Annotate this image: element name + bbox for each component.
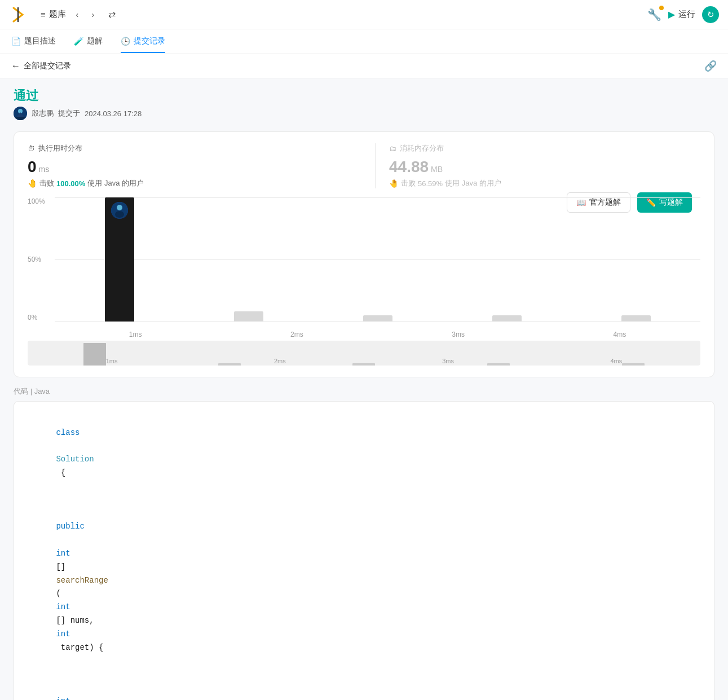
bar-0ms-fill [105, 197, 134, 322]
mem-stats-col: 🗂 消耗内存分布 44.88MB 🤚 击败 56.59% 使用 Java 的用户 [389, 143, 700, 188]
shuffle-button[interactable]: ⇄ [104, 7, 120, 23]
time-beat: 🤚 击败 100.00% 使用 Java 的用户 [28, 178, 339, 188]
tab-submissions[interactable]: 🕒 提交记录 [121, 36, 165, 47]
run-label: 运行 [678, 9, 695, 20]
mem-value: 44.88MB [389, 158, 700, 176]
bar-3ms [442, 197, 571, 322]
time-value: 0ms [28, 158, 339, 176]
time-stats-col: ⏱ 执行用时分布 0ms 🤚 击败 100.00% 使用 Java 的用户 [28, 143, 361, 188]
list-icon: ≡ [41, 10, 46, 19]
header-area: 通过 殷志鹏 提交于 2024.03.26 17:28 [14, 87, 714, 120]
tab-solution-label: 题解 [87, 36, 103, 46]
chart-y-labels: 100% 50% 0% [28, 197, 55, 322]
tab-description[interactable]: 📄 题目描述 [11, 36, 56, 47]
problem-set-nav[interactable]: ≡ 题库 [41, 9, 66, 20]
svg-point-6 [115, 211, 124, 218]
chart-area: 100% 50% 0% [28, 197, 700, 338]
tab-solution-icon: 🧪 [74, 37, 83, 46]
logo-icon[interactable] [9, 6, 27, 24]
link-icon[interactable]: 🔗 [704, 60, 717, 72]
time-dist-title: ⏱ 执行用时分布 [28, 143, 339, 153]
nav-right: 🔧 ▶ 运行 ↻ [647, 6, 719, 23]
bar-4ms [571, 197, 700, 322]
chart-bars [55, 197, 700, 322]
status-section: 通过 殷志鹏 提交于 2024.03.26 17:28 [14, 87, 714, 120]
chart-x-labels: 1ms 2ms 3ms 4ms [55, 331, 700, 338]
tab-description-label: 题目描述 [24, 36, 56, 46]
avatar [14, 107, 27, 120]
play-icon: ▶ [668, 9, 675, 20]
mem-beat: 🤚 击败 56.59% 使用 Java 的用户 [389, 178, 700, 188]
stats-row: ⏱ 执行用时分布 0ms 🤚 击败 100.00% 使用 Java 的用户 🗂 [28, 143, 700, 188]
bar-2ms [313, 197, 442, 322]
back-arrow-icon: ← [11, 61, 20, 71]
back-button[interactable]: ← 全部提交记录 [11, 61, 71, 71]
chart-inner [55, 197, 700, 322]
bar-0ms [55, 197, 184, 322]
mini-chart[interactable]: 1ms 2ms 3ms 4ms [28, 341, 700, 366]
submitted-label: 提交于 [58, 108, 80, 118]
tab-submissions-icon: 🕒 [121, 37, 130, 46]
code-block: class Solution { public int [] searchRan… [14, 401, 714, 700]
wave-icon: 🤚 [28, 179, 37, 188]
submitter-name: 殷志鹏 [32, 108, 54, 118]
tab-bar: 📄 题目描述 🧪 题解 🕒 提交记录 [0, 29, 728, 54]
db-icon: 🗂 [389, 144, 396, 153]
problem-set-label: 题库 [49, 9, 66, 20]
run-button[interactable]: ▶ 运行 [668, 9, 695, 20]
bar-2ms-fill [363, 315, 392, 322]
code-label: 代码 | Java [14, 386, 714, 397]
nav-arrows: ‹ › [70, 8, 100, 21]
back-bar: ← 全部提交记录 🔗 [0, 54, 728, 78]
bar-4ms-fill [621, 315, 651, 322]
main-content: 通过 殷志鹏 提交于 2024.03.26 17:28 [0, 78, 728, 700]
svg-point-5 [117, 205, 122, 210]
bar-1ms-fill [234, 311, 263, 322]
debug-icon[interactable]: 🔧 [647, 8, 661, 21]
tab-solution[interactable]: 🧪 题解 [74, 36, 103, 47]
prev-arrow[interactable]: ‹ [70, 8, 84, 21]
submitted-date: 2024.03.26 17:28 [85, 109, 142, 118]
refresh-icon[interactable]: ↻ [702, 6, 719, 23]
submitter-row: 殷志鹏 提交于 2024.03.26 17:28 [14, 107, 714, 120]
top-nav: ≡ 题库 ‹ › ⇄ 🔧 ▶ 运行 ↻ [0, 0, 728, 29]
status-text: 通过 [14, 87, 714, 104]
tab-description-icon: 📄 [11, 37, 21, 46]
stats-card: ⏱ 执行用时分布 0ms 🤚 击败 100.00% 使用 Java 的用户 🗂 [14, 131, 714, 377]
next-arrow[interactable]: › [86, 8, 100, 21]
bar-3ms-fill [492, 315, 522, 322]
svg-rect-3 [14, 117, 27, 120]
mini-chart-x-labels: 1ms 2ms 3ms 4ms [28, 358, 700, 364]
code-line-1: class Solution { [28, 413, 700, 494]
code-line-3: int lowerPos = findPos (nums, target, tr… [28, 668, 700, 700]
bar-1ms [184, 197, 313, 322]
mem-dist-title: 🗂 消耗内存分布 [389, 143, 700, 153]
clock-icon: ⏱ [28, 144, 35, 153]
back-label: 全部提交记录 [24, 61, 71, 71]
avatar-image [14, 107, 27, 120]
stats-divider [375, 143, 376, 188]
tab-submissions-label: 提交记录 [134, 36, 165, 46]
wave-icon-2: 🤚 [389, 179, 399, 188]
code-line-2: public int [] searchRange ( int [] nums,… [28, 494, 700, 668]
